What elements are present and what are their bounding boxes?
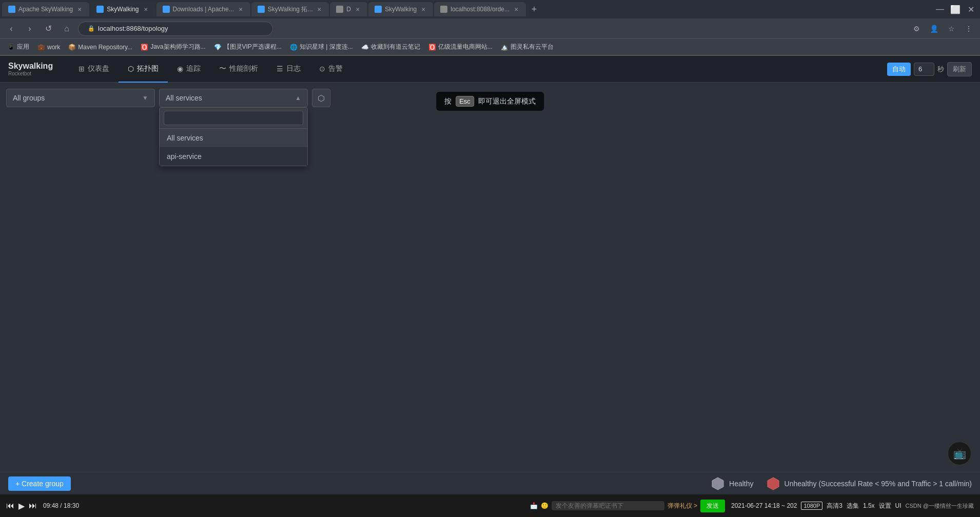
nav-alert[interactable]: ⊙ 告警 bbox=[310, 56, 352, 83]
forward-btn[interactable]: › bbox=[23, 22, 37, 36]
bookmark-work-label: work bbox=[47, 44, 60, 51]
close-btn[interactable]: ✕ bbox=[964, 2, 978, 16]
create-group-button[interactable]: + Create group bbox=[8, 476, 71, 491]
dashboard-icon: ⊞ bbox=[79, 65, 85, 73]
tab-favicon bbox=[8, 6, 15, 13]
chat-area: 📩 🙂 弹弹礼仪 > 发送 bbox=[530, 500, 725, 512]
tab-close-6-btn[interactable]: ✕ bbox=[513, 6, 520, 13]
tab-close-5-btn[interactable]: ✕ bbox=[420, 6, 427, 13]
logo-subtitle: Rocketbot bbox=[8, 71, 53, 76]
extensions-btn[interactable]: ⚙ bbox=[909, 22, 924, 36]
bookmark-knowledge[interactable]: 🌐 知识星球 | 深度连... bbox=[287, 42, 356, 52]
video-next-btn[interactable]: ⏭ bbox=[29, 501, 37, 510]
tab-favicon-active bbox=[96, 6, 104, 13]
auto-refresh-section: 自动 秒 刷新 bbox=[887, 62, 972, 76]
bookmark-cloud[interactable]: 🏔️ 图灵私有云平台 bbox=[498, 42, 557, 52]
send-btn[interactable]: 发送 bbox=[700, 500, 725, 512]
legend-unhealthy: Unhealthy (Successful Rate < 95% and Tra… bbox=[766, 476, 972, 491]
content-area: 按 Esc 即可退出全屏模式 All groups ▼ All services… bbox=[0, 83, 980, 472]
tab-close-4-btn[interactable]: ✕ bbox=[354, 6, 361, 13]
dropdown-search-input[interactable] bbox=[164, 111, 303, 125]
group-selector-label: All groups bbox=[13, 94, 45, 102]
bookmark-tuling-label: 【图灵VIP严选课程... bbox=[224, 43, 282, 51]
tab-skywalking-topology[interactable]: SkyWalking 拓... ✕ bbox=[251, 2, 329, 16]
nav-trace-label: 追踪 bbox=[186, 64, 201, 73]
bookmark-work[interactable]: 💼 work bbox=[34, 43, 63, 52]
video-bar: ⏮ ▶ ⏭ 09:48 / 18:30 📩 🙂 弹弹礼仪 > 发送 2021-0… bbox=[0, 494, 980, 517]
copy-share-btn[interactable]: ⬡ bbox=[312, 89, 330, 107]
bookmark-apps[interactable]: 📱 应用 bbox=[4, 42, 32, 52]
legend-healthy: Healthy bbox=[711, 476, 753, 491]
url-input[interactable]: 🔒 localhost:8868/topology bbox=[78, 22, 273, 36]
esc-key: Esc bbox=[456, 96, 474, 107]
back-btn[interactable]: ‹ bbox=[4, 22, 18, 36]
auto-refresh-btn[interactable]: 自动 bbox=[887, 63, 911, 76]
video-controls: ⏮ ▶ ⏭ bbox=[6, 501, 37, 511]
minimize-btn[interactable]: — bbox=[933, 2, 947, 16]
nav-log[interactable]: ☰ 日志 bbox=[267, 56, 310, 83]
tab-close-2-btn[interactable]: ✕ bbox=[237, 6, 244, 13]
esc-tooltip: 按 Esc 即可退出全屏模式 bbox=[436, 92, 544, 111]
service-dropdown: All services api-service bbox=[159, 107, 308, 166]
tab-label-5: SkyWalking bbox=[385, 6, 417, 13]
group-chevron-down-icon: ▼ bbox=[142, 94, 148, 102]
maximize-btn[interactable]: ⬜ bbox=[948, 2, 963, 16]
video-right: 2021-06-27 14:18 ~ 202 1080P 高清3 选集 1.5x… bbox=[731, 502, 974, 510]
refresh-seconds-input[interactable] bbox=[914, 63, 934, 76]
tab-label-active: SkyWalking bbox=[107, 6, 139, 13]
trace-icon: ◉ bbox=[177, 65, 183, 73]
select-label[interactable]: 选集 bbox=[847, 502, 859, 510]
tab-d[interactable]: D ✕ bbox=[330, 2, 367, 16]
service-selector-label: All services bbox=[166, 94, 202, 102]
work-icon: 💼 bbox=[37, 44, 45, 51]
speed-label[interactable]: 1.5x bbox=[863, 502, 875, 509]
service-selector-btn[interactable]: All services ▲ bbox=[159, 89, 308, 107]
bookmark-java[interactable]: 🅾️ Java架构师学习路... bbox=[138, 42, 208, 52]
seconds-unit: 秒 bbox=[937, 65, 944, 74]
logo-title: Skywalking bbox=[8, 62, 53, 71]
bookmark-youdao[interactable]: ☁️ 收藏到有道云笔记 bbox=[358, 42, 423, 52]
menu-btn[interactable]: ⋮ bbox=[962, 22, 976, 36]
tab-skywalking-active[interactable]: SkyWalking ✕ bbox=[90, 2, 155, 16]
nav-topology[interactable]: ⬡ 拓扑图 bbox=[119, 56, 168, 83]
tab-close-btn[interactable]: ✕ bbox=[76, 6, 83, 13]
bookmark-tuling[interactable]: 💎 【图灵VIP严选课程... bbox=[211, 42, 285, 52]
nav-dashboard[interactable]: ⊞ 仪表盘 bbox=[69, 56, 119, 83]
nav-performance[interactable]: 〜 性能剖析 bbox=[210, 56, 267, 83]
ui-label[interactable]: UI bbox=[895, 502, 901, 509]
dropdown-item-all[interactable]: All services bbox=[160, 129, 307, 147]
nav-trace[interactable]: ◉ 追踪 bbox=[168, 56, 210, 83]
tab-downloads[interactable]: Downloads | Apache... ✕ bbox=[156, 2, 250, 16]
bookmark-btn[interactable]: ☆ bbox=[944, 22, 958, 36]
app-logo: Skywalking Rocketbot bbox=[8, 62, 53, 76]
video-play-btn[interactable]: ▶ bbox=[18, 501, 25, 511]
healthy-label: Healthy bbox=[729, 480, 753, 488]
tab-favicon-2 bbox=[163, 6, 170, 13]
tab-localhost[interactable]: localhost:8088/orde... ✕ bbox=[434, 2, 526, 16]
tab-bar: Apache SkyWalking ✕ SkyWalking ✕ Downloa… bbox=[0, 0, 980, 18]
new-tab-btn[interactable]: + bbox=[527, 2, 541, 16]
chat-input[interactable] bbox=[552, 501, 664, 510]
tab-label-4: D bbox=[346, 6, 351, 13]
profile-btn[interactable]: 👤 bbox=[927, 22, 941, 36]
apps-icon: 📱 bbox=[7, 44, 15, 51]
bookmark-ecommerce[interactable]: 🅾️ 亿级流量电商网站... bbox=[425, 42, 496, 52]
home-btn[interactable]: ⌂ bbox=[60, 22, 74, 36]
video-thumbnail-btn[interactable]: 📺 bbox=[947, 441, 972, 466]
tab-skywalking-2[interactable]: SkyWalking ✕ bbox=[368, 2, 433, 16]
knowledge-icon: 🌐 bbox=[290, 44, 298, 51]
refresh-now-btn[interactable]: 刷新 bbox=[947, 62, 972, 76]
gift-btn[interactable]: 弹弹礼仪 > bbox=[668, 502, 697, 510]
tab-close-active-btn[interactable]: ✕ bbox=[142, 6, 149, 13]
dropdown-item-api[interactable]: api-service bbox=[160, 147, 307, 166]
reload-btn[interactable]: ↺ bbox=[41, 22, 55, 36]
tab-label: Apache SkyWalking bbox=[18, 6, 73, 13]
esc-suffix: 即可退出全屏模式 bbox=[478, 97, 536, 106]
settings-label[interactable]: 设置 bbox=[879, 502, 891, 510]
bookmark-maven[interactable]: 📦 Maven Repository... bbox=[65, 43, 135, 52]
tab-close-3-btn[interactable]: ✕ bbox=[316, 6, 323, 13]
tab-apache-skywalking[interactable]: Apache SkyWalking ✕ bbox=[2, 2, 89, 16]
video-prev-btn[interactable]: ⏮ bbox=[6, 501, 14, 510]
group-selector-btn[interactable]: All groups ▼ bbox=[6, 89, 155, 107]
quality-badge: 1080P bbox=[801, 502, 822, 510]
